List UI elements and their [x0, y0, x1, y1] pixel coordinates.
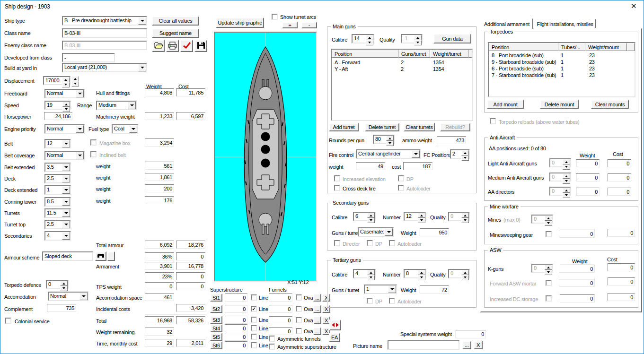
- spin-down-icon[interactable]: [71, 81, 79, 86]
- tp-col-position[interactable]: Position: [489, 43, 558, 51]
- add-turret-button[interactable]: Add turret: [329, 123, 359, 131]
- fire-control-select[interactable]: Central rangefinder: [356, 149, 421, 159]
- armour-scheme-aux-button[interactable]: [107, 251, 115, 261]
- aa-directors-stepper[interactable]: 0: [549, 187, 571, 196]
- accomodation-select[interactable]: Normal: [48, 292, 88, 301]
- displacement-stepper[interactable]: 17000: [43, 76, 71, 85]
- belt-coverage-select[interactable]: Normal: [44, 151, 85, 160]
- spin-up-icon[interactable]: [563, 159, 570, 164]
- st2-button[interactable]: St2: [210, 305, 222, 313]
- secondaries-armour-select[interactable]: 4: [44, 231, 71, 241]
- spin-up-icon[interactable]: [461, 270, 469, 275]
- tg-dp-checkbox[interactable]: [367, 298, 373, 304]
- picture-clear-button[interactable]: X: [474, 341, 483, 349]
- spin-up-icon[interactable]: [563, 173, 570, 179]
- tp-col-tubes[interactable]: Tubes/...: [558, 43, 585, 51]
- developed-from-input[interactable]: [62, 53, 115, 62]
- chevron-down-icon[interactable]: [128, 102, 136, 109]
- mg-row1-position[interactable]: A - Forward: [335, 60, 360, 66]
- tp-row1-position[interactable]: 8 - Port broadside (sub): [492, 52, 544, 59]
- tg-autoloader-checkbox[interactable]: [389, 298, 395, 304]
- conning-tower-select[interactable]: 8.5: [44, 197, 71, 207]
- spin-down-icon[interactable]: [545, 270, 552, 275]
- speed-stepper[interactable]: 19: [44, 101, 71, 110]
- deck-select[interactable]: 2.5: [44, 174, 71, 183]
- picture-browse-button[interactable]: ...: [462, 341, 471, 349]
- spin-down-icon[interactable]: [563, 164, 570, 170]
- belt-select[interactable]: 12: [44, 139, 71, 148]
- tp-col-weight[interactable]: Weight/mount: [585, 43, 627, 51]
- picture-name-input[interactable]: [388, 340, 459, 350]
- tab-flight-installations[interactable]: Flight installations, missiles: [534, 19, 596, 28]
- tp-row3-position[interactable]: 6 - Port broadside (sub): [492, 66, 544, 72]
- belt-extended-select[interactable]: 3.5: [44, 163, 71, 172]
- chevron-down-icon[interactable]: [412, 150, 420, 158]
- spin-up-icon[interactable]: [367, 270, 375, 275]
- range-select[interactable]: Medium: [96, 101, 137, 110]
- rebuild-button[interactable]: Rebuild?: [440, 123, 470, 131]
- torpedoes-table[interactable]: Position Tubes/... Weight/mount 8 - Port…: [488, 42, 635, 97]
- tg-calibre-stepper[interactable]: 4: [353, 269, 376, 278]
- close-icon[interactable]: ✕: [631, 3, 636, 9]
- turrets-armour-select[interactable]: 11.5: [44, 208, 71, 218]
- armour-scheme-input[interactable]: [42, 251, 93, 261]
- class-name-input[interactable]: [62, 28, 147, 38]
- increased-elevation-checkbox[interactable]: [334, 175, 340, 181]
- zoom-in-button[interactable]: +: [282, 22, 298, 28]
- mg-quality-stepper[interactable]: -1: [401, 34, 423, 43]
- tg-quality-stepper[interactable]: 0: [448, 269, 470, 278]
- sg-quality-stepper[interactable]: 0: [448, 212, 470, 221]
- spin-down-icon[interactable]: [461, 155, 469, 161]
- funnel3-browse-button[interactable]: ...: [313, 316, 321, 324]
- yard-select[interactable]: Local yard (21,000): [62, 63, 147, 72]
- spin-up-icon[interactable]: [386, 136, 394, 141]
- clear-turrets-button[interactable]: Clear turrets: [404, 123, 435, 131]
- light-aa-stepper[interactable]: 0: [549, 158, 571, 167]
- chevron-down-icon[interactable]: [385, 228, 393, 236]
- ea-button[interactable]: EA: [329, 333, 340, 342]
- chevron-down-icon[interactable]: [76, 90, 84, 97]
- tg-guns-turret-select[interactable]: 1: [364, 285, 397, 294]
- rounds-per-gun-stepper[interactable]: 80: [373, 135, 395, 144]
- spin-down-icon[interactable]: [62, 107, 70, 112]
- spin-down-icon[interactable]: [60, 286, 68, 291]
- chevron-down-icon[interactable]: [62, 164, 70, 171]
- st6-line-checkbox[interactable]: [251, 342, 257, 348]
- mg-col-guns[interactable]: Guns/turret: [398, 50, 430, 58]
- spin-down-icon[interactable]: [418, 218, 425, 223]
- check-design-button[interactable]: [180, 40, 193, 52]
- suggest-name-button[interactable]: Suggest name: [152, 28, 199, 38]
- show-turret-arcs-checkbox[interactable]: [272, 14, 278, 20]
- spin-up-icon[interactable]: [418, 213, 425, 218]
- save-design-button[interactable]: [194, 40, 207, 52]
- spin-up-icon[interactable]: [461, 150, 469, 155]
- funnel1-browse-button[interactable]: ...: [313, 294, 321, 302]
- tab-additional-armament[interactable]: Additional armament: [480, 18, 533, 29]
- fuel-type-select[interactable]: Coal: [112, 124, 138, 134]
- st3-line-checkbox[interactable]: [251, 317, 257, 323]
- funnel1-oval-checkbox[interactable]: [296, 294, 302, 301]
- spin-down-icon[interactable]: [461, 275, 469, 280]
- chevron-down-icon[interactable]: [62, 232, 70, 240]
- open-design-button[interactable]: [152, 40, 165, 52]
- spin-down-icon[interactable]: [366, 40, 373, 45]
- add-mount-button[interactable]: Add mount: [487, 100, 524, 109]
- dc-storage-checkbox[interactable]: [546, 295, 552, 302]
- spin-up-icon[interactable]: [563, 188, 570, 193]
- engine-priority-select[interactable]: Normal: [44, 124, 85, 134]
- medium-aa-stepper[interactable]: 0: [549, 173, 571, 181]
- torpedo-defence-stepper[interactable]: 0: [46, 280, 69, 289]
- mg-col-weight[interactable]: Weight/turret: [430, 50, 468, 58]
- mg-dp-checkbox[interactable]: [398, 175, 404, 181]
- funnel4-browse-button[interactable]: ...: [313, 327, 321, 335]
- spin-down-icon[interactable]: [563, 179, 570, 184]
- gun-data-button[interactable]: Gun data: [433, 34, 471, 43]
- chevron-down-icon[interactable]: [138, 64, 146, 71]
- chevron-down-icon[interactable]: [76, 125, 84, 133]
- cross-deck-fire-checkbox[interactable]: [334, 185, 340, 191]
- st1-button[interactable]: St1: [210, 294, 222, 302]
- colonial-service-checkbox[interactable]: [5, 318, 11, 324]
- spin-up-icon[interactable]: [545, 216, 552, 221]
- enemy-class-input[interactable]: [62, 41, 147, 50]
- st2-line-checkbox[interactable]: ✓: [251, 306, 257, 312]
